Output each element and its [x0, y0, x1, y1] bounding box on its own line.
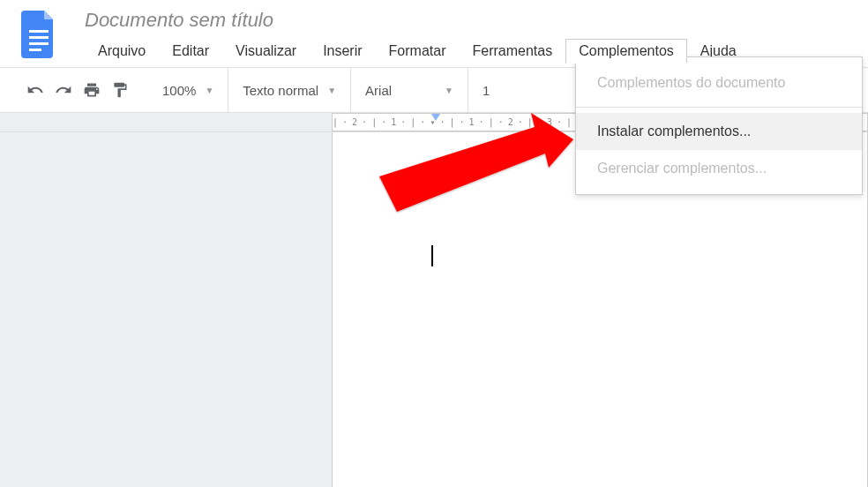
menu-formatar[interactable]: Formatar [376, 39, 460, 64]
caret-down-icon: ▼ [445, 86, 453, 95]
undo-button[interactable] [21, 76, 49, 104]
zoom-value: 100% [162, 83, 196, 98]
menu-arquivo[interactable]: Arquivo [85, 39, 159, 64]
paint-format-button[interactable] [106, 76, 134, 104]
text-cursor [431, 245, 433, 266]
title-area: Documento sem título Arquivo Editar Visu… [85, 7, 868, 64]
print-icon [83, 81, 101, 99]
redo-icon [55, 81, 72, 99]
caret-down-icon: ▼ [327, 86, 336, 95]
style-value: Texto normal [243, 83, 318, 98]
menu-visualizar[interactable]: Visualizar [222, 39, 310, 64]
svg-rect-3 [29, 49, 41, 51]
font-size-partial[interactable]: 1 [483, 83, 490, 98]
dropdown-item-install-addons[interactable]: Instalar complementos... [576, 113, 862, 150]
svg-rect-0 [29, 30, 49, 33]
print-button[interactable] [78, 76, 106, 104]
app-icon[interactable] [18, 7, 60, 62]
caret-down-icon: ▼ [205, 86, 213, 95]
svg-rect-2 [29, 42, 49, 45]
menu-inserir[interactable]: Inserir [310, 39, 375, 64]
dropdown-item-manage-addons[interactable]: Gerenciar complementos... [576, 150, 862, 187]
font-value: Arial [365, 83, 392, 98]
complementos-dropdown: Complementos do documento Instalar compl… [575, 56, 863, 195]
undo-icon [26, 81, 44, 99]
menu-complementos[interactable]: Complementos [565, 39, 687, 64]
svg-rect-1 [29, 36, 49, 39]
zoom-select[interactable]: 100% ▼ [162, 68, 213, 112]
docs-logo-icon [21, 11, 56, 58]
indent-marker-icon[interactable] [431, 114, 440, 121]
paragraph-style-select[interactable]: Texto normal ▼ [243, 68, 336, 112]
document-title[interactable]: Documento sem título [85, 9, 868, 32]
menu-editar[interactable]: Editar [159, 39, 222, 64]
paint-roller-icon [111, 81, 129, 99]
dropdown-divider [576, 107, 862, 108]
header: Documento sem título Arquivo Editar Visu… [0, 0, 868, 64]
menu-ferramentas[interactable]: Ferramentas [459, 39, 565, 64]
font-select[interactable]: Arial ▼ [365, 68, 453, 112]
dropdown-item-doc-addons[interactable]: Complementos do documento [576, 64, 862, 101]
redo-button[interactable] [49, 76, 78, 104]
